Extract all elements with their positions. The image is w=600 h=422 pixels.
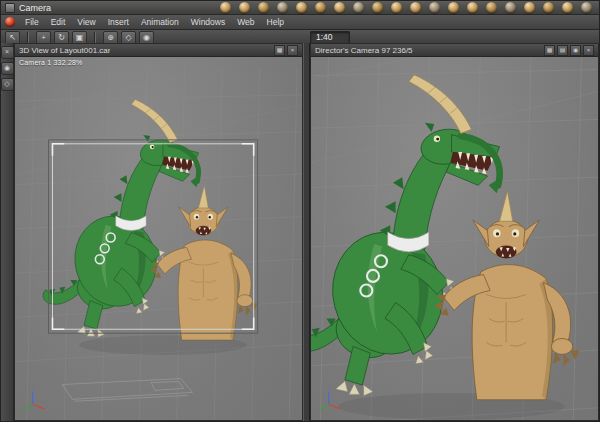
room-sphere-icon[interactable] (239, 2, 250, 13)
axis-indicator (319, 391, 341, 410)
viewport-right-title: Director's Camera 97 236/5 (315, 45, 413, 56)
viewport-left-header[interactable]: 3D View of Layout001.car ▦ × (15, 44, 302, 57)
room-sphere-icon[interactable] (334, 2, 345, 13)
room-sphere-icon[interactable] (410, 2, 421, 13)
toolbar-separator (94, 32, 96, 43)
viewport-right: Director's Camera 97 236/5 ▦ ▤ ◉ × (310, 43, 599, 421)
window-icon (5, 3, 15, 13)
menu-item-insert[interactable]: Insert (102, 16, 135, 29)
main-area: × ◉ ◇ 3D View of Layout001.car ▦ × (1, 43, 599, 421)
menu-item-edit[interactable]: Edit (45, 16, 72, 29)
room-sphere-icon[interactable] (220, 2, 231, 13)
viewport-left-header-icons: ▦ × (274, 45, 298, 56)
room-sphere-icon[interactable] (486, 2, 497, 13)
room-sphere-icon[interactable] (353, 2, 364, 13)
carrara-window: Camera File Edit View Insert Animation W… (0, 0, 600, 422)
room-sphere-icon[interactable] (277, 2, 288, 13)
pan-view-icon[interactable]: ◇ (1, 78, 14, 91)
scene-instance-right[interactable] (311, 57, 598, 420)
menu-item-help[interactable]: Help (261, 16, 290, 29)
room-sphere-icon[interactable] (372, 2, 383, 13)
menu-item-windows[interactable]: Windows (185, 16, 231, 29)
axis-indicator (23, 391, 45, 410)
close-panel-icon[interactable]: × (1, 46, 14, 59)
viewport-close-icon[interactable]: × (287, 45, 298, 56)
viewport-left: 3D View of Layout001.car ▦ × (14, 43, 303, 421)
viewport-close-icon[interactable]: × (583, 45, 594, 56)
viewport-left-title: 3D View of Layout001.car (19, 45, 110, 56)
scene-instance-left[interactable] (15, 67, 302, 420)
viewport-splitter[interactable] (303, 43, 310, 421)
room-sphere-icon[interactable] (467, 2, 478, 13)
viewport-camera-icon[interactable]: ◉ (570, 45, 581, 56)
camera-select-icon[interactable]: ◉ (1, 62, 14, 75)
title-bar: Camera (1, 1, 599, 15)
room-sphere-icon[interactable] (581, 2, 592, 13)
menu-item-file[interactable]: File (19, 16, 45, 29)
toolbar-separator (27, 32, 29, 43)
viewport-grid-icon[interactable]: ▦ (544, 45, 555, 56)
room-sphere-icon[interactable] (296, 2, 307, 13)
menu-bar: File Edit View Insert Animation Windows … (1, 15, 599, 30)
viewport-right-canvas[interactable] (311, 57, 598, 420)
viewport-right-header-icons: ▦ ▤ ◉ × (544, 45, 594, 56)
room-sphere-icon[interactable] (505, 2, 516, 13)
room-sphere-icon[interactable] (258, 2, 269, 13)
room-sphere-icon[interactable] (543, 2, 554, 13)
viewport-left-canvas[interactable]: Camera 1 332.28% (15, 57, 302, 420)
room-sphere-row (220, 2, 592, 13)
room-sphere-icon[interactable] (524, 2, 535, 13)
viewport-list-icon[interactable]: ▤ (557, 45, 568, 56)
room-sphere-icon[interactable] (562, 2, 573, 13)
room-sphere-icon[interactable] (315, 2, 326, 13)
room-sphere-icon[interactable] (391, 2, 402, 13)
menu-item-web[interactable]: Web (231, 16, 260, 29)
camera-zoom-label: Camera 1 332.28% (19, 59, 83, 66)
side-tool-strip: × ◉ ◇ (1, 43, 14, 421)
viewport-right-header[interactable]: Director's Camera 97 236/5 ▦ ▤ ◉ × (311, 44, 598, 57)
menu-item-view[interactable]: View (71, 16, 101, 29)
menu-item-animation[interactable]: Animation (135, 16, 185, 29)
viewport-grid-icon[interactable]: ▦ (274, 45, 285, 56)
app-icon[interactable] (5, 17, 15, 27)
window-title: Camera (19, 2, 51, 14)
room-sphere-icon[interactable] (429, 2, 440, 13)
room-sphere-icon[interactable] (448, 2, 459, 13)
